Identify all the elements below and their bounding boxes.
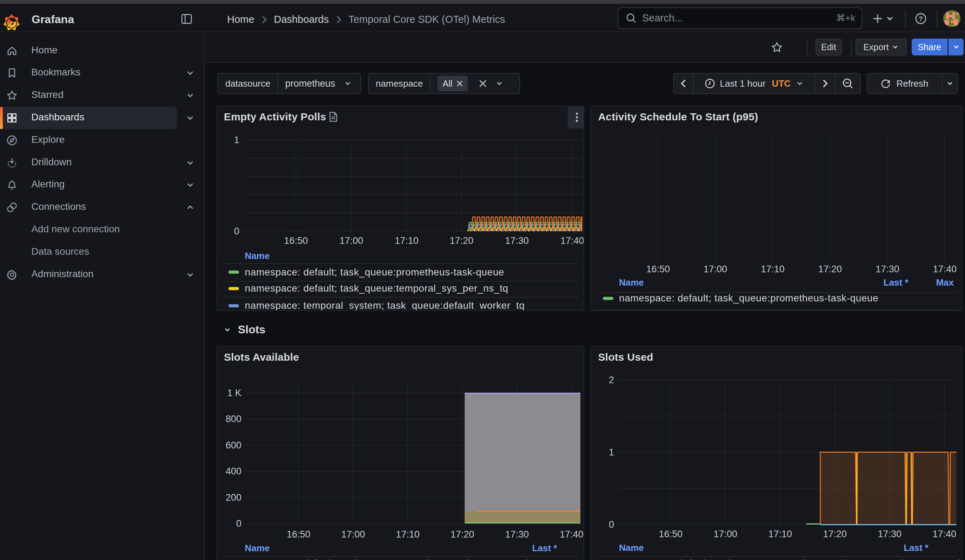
svg-text:?: ?: [919, 15, 923, 23]
